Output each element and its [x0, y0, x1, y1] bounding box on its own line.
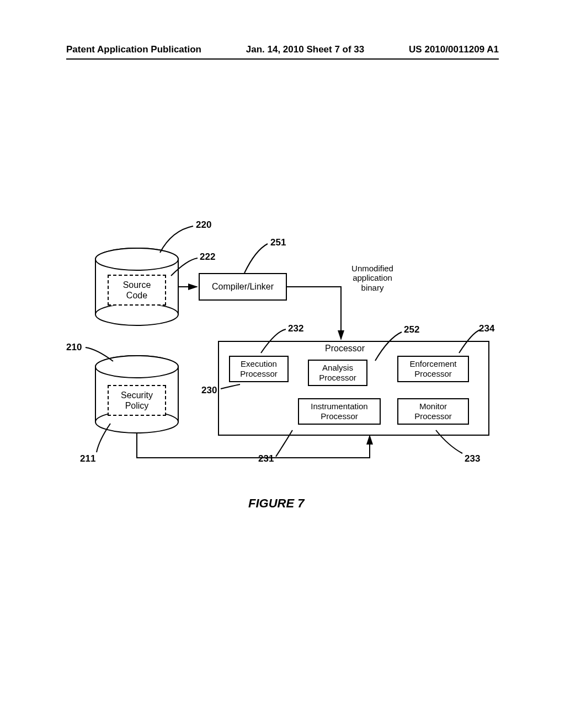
monitor-processor-box: Monitor Processor — [397, 398, 469, 425]
ref-231: 231 — [258, 453, 274, 464]
instrumentation-processor-box: Instrumentation Processor — [298, 398, 381, 425]
svg-point-11 — [95, 356, 178, 378]
figure-title: FIGURE 7 — [248, 496, 304, 511]
ref-251: 251 — [270, 237, 286, 248]
ref-220: 220 — [196, 220, 211, 231]
diagram: Source Code Security Policy Compiler/Lin… — [0, 0, 565, 728]
ref-210: 210 — [66, 342, 82, 353]
processor-title: Processor — [320, 344, 370, 354]
execution-processor-box: Execution Processor — [229, 356, 289, 382]
ref-230: 230 — [201, 385, 217, 396]
compiler-linker-label: Compiler/Linker — [212, 281, 274, 292]
source-code-box: Source Code — [108, 275, 166, 306]
svg-point-4 — [95, 303, 178, 325]
ref-234: 234 — [479, 323, 494, 334]
ref-233: 233 — [465, 453, 480, 464]
monitor-processor-label: Monitor Processor — [414, 402, 452, 421]
compiler-linker-box: Compiler/Linker — [199, 273, 287, 301]
enforcement-processor-box: Enforcement Processor — [397, 356, 469, 382]
security-policy-box: Security Policy — [108, 385, 166, 416]
ref-252: 252 — [404, 324, 419, 335]
unmodified-binary-label: Unmodified application binary — [342, 264, 403, 292]
ref-211: 211 — [80, 453, 95, 464]
source-code-label: Source Code — [123, 280, 151, 301]
ref-232: 232 — [288, 323, 303, 334]
execution-processor-label: Execution Processor — [240, 359, 278, 379]
enforcement-processor-label: Enforcement Processor — [409, 359, 456, 379]
security-policy-label: Security Policy — [121, 390, 153, 411]
ref-222: 222 — [200, 251, 215, 263]
analysis-processor-label: Analysis Processor — [319, 363, 356, 383]
analysis-processor-box: Analysis Processor — [308, 360, 367, 386]
instrumentation-processor-label: Instrumentation Processor — [311, 402, 367, 421]
svg-point-5 — [95, 248, 178, 270]
